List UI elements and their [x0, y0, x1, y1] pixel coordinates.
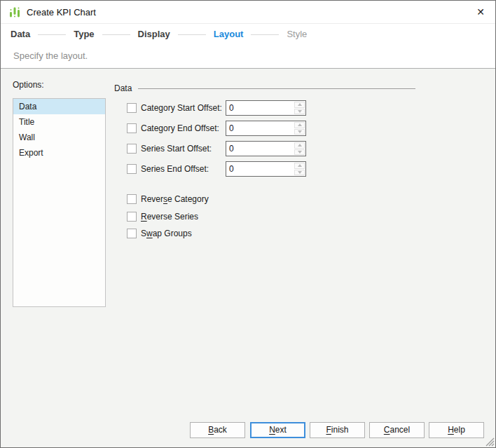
- series-start-offset-checkbox[interactable]: [127, 144, 137, 154]
- step-connector: [251, 34, 279, 35]
- flag-row: Swap Groups: [127, 228, 309, 239]
- spinner-down-arrow-icon[interactable]: [294, 149, 305, 156]
- help-button[interactable]: Help: [429, 422, 484, 438]
- category-start-offset-label[interactable]: Category Start Offset:: [141, 100, 222, 116]
- category-start-offset-input[interactable]: 0: [229, 101, 234, 115]
- close-icon[interactable]: ✕: [474, 6, 487, 18]
- step-connector: [102, 34, 130, 35]
- spinner-down-arrow-icon[interactable]: [294, 109, 305, 115]
- series-end-offset-input[interactable]: 0: [229, 162, 234, 176]
- category-end-offset-label[interactable]: Category End Offset:: [141, 121, 219, 136]
- cancel-button[interactable]: Cancel: [369, 422, 425, 438]
- next-button[interactable]: Next: [250, 422, 305, 438]
- offset-row: Category End Offset: 0: [127, 121, 309, 136]
- wizard-steps: Data Type Display Layout Style: [1, 23, 495, 44]
- category-end-offset-checkbox[interactable]: [127, 123, 137, 133]
- step-type[interactable]: Type: [74, 29, 94, 39]
- offset-row: Series Start Offset: 0: [127, 141, 309, 156]
- kpi-chart-app-icon: [8, 6, 21, 18]
- step-style[interactable]: Style: [287, 29, 307, 39]
- step-description: Specify the layout.: [1, 44, 495, 67]
- sidebar-item-export[interactable]: Export: [13, 145, 105, 161]
- sidebar-item-wall[interactable]: Wall: [13, 130, 105, 145]
- group-title-data: Data: [114, 83, 132, 93]
- reverse-series-label[interactable]: Reverse Series: [141, 211, 198, 222]
- spinner-down-arrow-icon[interactable]: [294, 129, 305, 135]
- back-button[interactable]: Back: [190, 422, 245, 438]
- reverse-series-checkbox[interactable]: [127, 212, 137, 222]
- spinner-up-arrow-icon[interactable]: [294, 163, 305, 169]
- offset-row: Series End Offset: 0: [127, 161, 309, 177]
- swap-groups-label[interactable]: Swap Groups: [141, 228, 192, 239]
- flag-row: Reverse Category: [127, 194, 309, 205]
- spinner-down-arrow-icon[interactable]: [294, 170, 305, 176]
- finish-button[interactable]: Finish: [310, 422, 365, 438]
- spinner-buttons: [294, 102, 305, 114]
- step-connector: [38, 34, 66, 35]
- create-kpi-chart-dialog: Create KPI Chart ✕ Data Type Display Lay…: [0, 0, 496, 448]
- options-label: Options:: [13, 80, 44, 90]
- step-display[interactable]: Display: [138, 29, 170, 39]
- swap-groups-checkbox[interactable]: [127, 229, 137, 238]
- spinner-buttons: [294, 122, 305, 135]
- step-connector: [178, 34, 206, 35]
- series-end-offset-label[interactable]: Series End Offset:: [141, 161, 209, 177]
- options-list[interactable]: Data Title Wall Export: [13, 98, 106, 307]
- reverse-category-checkbox[interactable]: [127, 194, 137, 204]
- series-end-offset-spinner: 0: [226, 161, 306, 177]
- step-layout[interactable]: Layout: [214, 29, 244, 39]
- spinner-up-arrow-icon[interactable]: [294, 102, 305, 108]
- category-end-offset-spinner: 0: [226, 121, 306, 136]
- resize-grip-icon[interactable]: [485, 437, 495, 447]
- window-title: Create KPI Chart: [27, 7, 96, 18]
- spinner-up-arrow-icon[interactable]: [294, 142, 305, 149]
- dialog-header: Create KPI Chart ✕ Data Type Display Lay…: [1, 1, 495, 69]
- titlebar[interactable]: Create KPI Chart ✕: [1, 1, 495, 24]
- spinner-buttons: [294, 163, 305, 175]
- step-description-text: Specify the layout.: [13, 50, 88, 61]
- offset-row: Category Start Offset: 0: [127, 100, 309, 116]
- category-start-offset-checkbox[interactable]: [127, 103, 137, 113]
- spinner-buttons: [294, 142, 305, 155]
- group-separator: [138, 88, 415, 89]
- category-end-offset-input[interactable]: 0: [229, 121, 234, 135]
- sidebar-item-title[interactable]: Title: [13, 114, 105, 130]
- category-start-offset-spinner: 0: [226, 100, 306, 116]
- series-start-offset-spinner: 0: [226, 141, 306, 156]
- sidebar-item-data[interactable]: Data: [13, 99, 105, 114]
- series-start-offset-label[interactable]: Series Start Offset:: [141, 141, 212, 156]
- series-end-offset-checkbox[interactable]: [127, 164, 137, 174]
- spinner-up-arrow-icon[interactable]: [294, 122, 305, 128]
- step-data[interactable]: Data: [11, 29, 30, 39]
- flag-row: Reverse Series: [127, 211, 309, 222]
- reverse-category-label[interactable]: Reverse Category: [141, 194, 209, 205]
- series-start-offset-input[interactable]: 0: [229, 142, 234, 156]
